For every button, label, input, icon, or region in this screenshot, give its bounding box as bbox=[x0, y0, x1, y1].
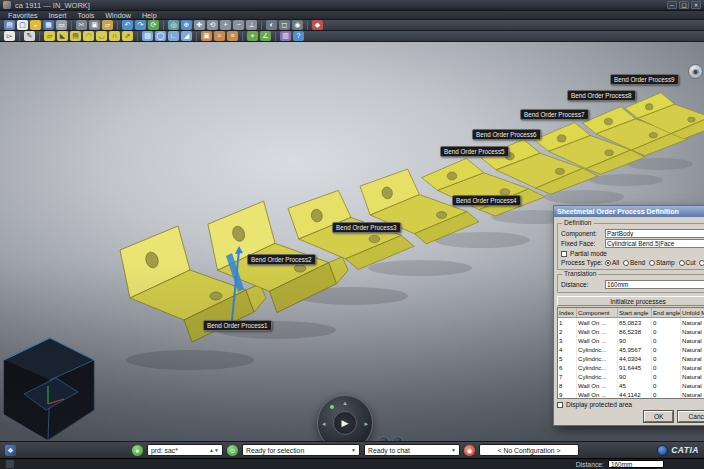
session-status-icon[interactable]: ● bbox=[132, 445, 143, 456]
chamfer-icon[interactable]: ◢ bbox=[181, 31, 192, 41]
shading-icon[interactable]: ◐ bbox=[266, 20, 277, 30]
menu-help[interactable]: Help bbox=[142, 11, 157, 20]
table-row[interactable]: 6Cylindric...91,64450Natural✓ bbox=[558, 363, 704, 372]
menu-insert[interactable]: Insert bbox=[49, 11, 67, 20]
hide-show-icon[interactable]: ◉ bbox=[292, 20, 303, 30]
table-column-header[interactable]: Component bbox=[577, 308, 618, 317]
help-icon[interactable]: ? bbox=[293, 31, 304, 41]
dialog-title[interactable]: Sheetmetal Order Process Definition bbox=[554, 206, 704, 217]
viewport-3d[interactable]: Bend Order Process1Bend Order Process2Be… bbox=[0, 42, 704, 441]
table-row[interactable]: 3Wall On ...900Natural✓ bbox=[558, 336, 704, 345]
select-icon[interactable]: ▻ bbox=[4, 31, 15, 41]
table-row[interactable]: 8Wall On ...450Natural✓ bbox=[558, 381, 704, 390]
paste-icon[interactable]: ▱ bbox=[102, 20, 113, 30]
cancel-button[interactable]: Cancel bbox=[678, 411, 704, 422]
undo-icon[interactable]: ↶ bbox=[122, 20, 133, 30]
wireframe-icon[interactable]: ◻ bbox=[279, 20, 290, 30]
print-icon[interactable]: ▭ bbox=[56, 20, 67, 30]
table-row[interactable]: 9Wall On ...44,11420Natural✓ bbox=[558, 390, 704, 399]
command-bar-icon[interactable] bbox=[6, 460, 14, 468]
table-column-header[interactable]: Start angle bbox=[618, 308, 652, 317]
save-icon[interactable]: ▦ bbox=[43, 20, 54, 30]
table-column-header[interactable]: End angle bbox=[652, 308, 681, 317]
wall-on-edge-icon[interactable]: ◣ bbox=[57, 31, 68, 41]
maximize-button[interactable]: ▢ bbox=[679, 1, 689, 9]
menu-window[interactable]: Window bbox=[105, 11, 131, 20]
ppr-tree-icon[interactable]: ▤ bbox=[4, 20, 15, 30]
fixed-face-field[interactable]: Cylindrical Bend.5|Face bbox=[605, 239, 704, 248]
bend-process-label[interactable]: Bend Order Process8 bbox=[567, 90, 636, 101]
menu-favorites[interactable]: Favorites bbox=[8, 11, 38, 20]
session-spinner-icon[interactable]: ▲▼ bbox=[209, 447, 219, 453]
close-button[interactable]: ✕ bbox=[691, 1, 701, 9]
selection-status-field[interactable]: Ready for selection ▼ bbox=[242, 444, 360, 456]
rotate-icon[interactable]: ⟲ bbox=[207, 20, 218, 30]
nav-play-button[interactable]: ▶ bbox=[333, 411, 357, 435]
minimize-button[interactable]: ─ bbox=[667, 1, 677, 9]
nav-left-icon[interactable]: ◂ bbox=[322, 420, 326, 427]
cutout-icon[interactable]: ▨ bbox=[142, 31, 153, 41]
table-row[interactable]: 1Wall On ...85,08230Natural✓ bbox=[558, 318, 704, 327]
louver-icon[interactable]: ≡ bbox=[227, 31, 238, 41]
normal-view-icon[interactable]: ⊥ bbox=[246, 20, 257, 30]
bend-process-label[interactable]: Bend Order Process6 bbox=[472, 129, 541, 140]
update-icon[interactable]: ⟳ bbox=[148, 20, 159, 30]
ok-button[interactable]: OK bbox=[644, 411, 674, 422]
extrusion-icon[interactable]: ▤ bbox=[70, 31, 81, 41]
search-icon[interactable]: ◎ bbox=[168, 20, 179, 30]
table-column-header[interactable]: Index bbox=[558, 308, 577, 317]
view-compass-icon[interactable]: ◉ bbox=[688, 64, 703, 79]
wall-icon[interactable]: ▱ bbox=[44, 31, 55, 41]
hole-icon[interactable]: ◯ bbox=[155, 31, 166, 41]
corner-icon[interactable]: ∟ bbox=[168, 31, 179, 41]
table-row[interactable]: 2Wall On ...86,52380Natural✓ bbox=[558, 327, 704, 336]
platform-icon[interactable]: ❖ bbox=[5, 445, 16, 456]
table-row[interactable]: 5Cylindric...44,03040Natural✓ bbox=[558, 354, 704, 363]
flange-icon[interactable]: ◠ bbox=[83, 31, 94, 41]
chat-dropdown-icon[interactable]: ▼ bbox=[451, 447, 456, 453]
menu-tools[interactable]: Tools bbox=[78, 11, 95, 20]
process-type-bend[interactable]: Bend bbox=[623, 259, 645, 266]
selection-dropdown-icon[interactable]: ▼ bbox=[351, 447, 356, 453]
fit-all-icon[interactable]: ⊕ bbox=[181, 20, 192, 30]
hem-icon[interactable]: ◡ bbox=[96, 31, 107, 41]
initialize-processes-button[interactable]: Initialize processes bbox=[557, 296, 704, 306]
process-type-all[interactable]: All bbox=[605, 259, 619, 266]
nav-right-icon[interactable]: ▸ bbox=[364, 420, 368, 427]
nav-sub-button-2[interactable]: ◦ bbox=[392, 436, 403, 441]
process-type-chamfer[interactable]: Chamfer bbox=[699, 259, 704, 266]
user-online-icon[interactable]: ☺ bbox=[227, 445, 238, 456]
process-type-cut[interactable]: Cut bbox=[679, 259, 696, 266]
distance-prompt-field[interactable]: 160mm bbox=[608, 460, 664, 468]
chat-status-field[interactable]: Ready to chat ▼ bbox=[364, 444, 460, 456]
bend-icon[interactable]: ∩ bbox=[109, 31, 120, 41]
constraint-icon[interactable]: ∠ bbox=[260, 31, 271, 41]
nav-down-icon[interactable]: ▾ bbox=[343, 440, 347, 441]
open-icon[interactable]: ◒ bbox=[30, 20, 41, 30]
reference-part-thumbnail[interactable] bbox=[4, 338, 94, 440]
zoom-in-icon[interactable]: + bbox=[220, 20, 231, 30]
measure-icon[interactable]: ⌖ bbox=[247, 31, 258, 41]
partial-mode-checkbox[interactable] bbox=[561, 251, 567, 257]
process-type-stamp[interactable]: Stamp bbox=[649, 259, 674, 266]
cut-icon[interactable]: ✂ bbox=[76, 20, 87, 30]
pan-icon[interactable]: ✚ bbox=[194, 20, 205, 30]
bend-process-label[interactable]: Bend Order Process2 bbox=[247, 254, 316, 265]
bend-process-label[interactable]: Bend Order Process5 bbox=[440, 146, 509, 157]
table-row[interactable]: 7Cylindric...900Natural✓ bbox=[558, 372, 704, 381]
distance-field[interactable]: 160mm bbox=[605, 280, 704, 289]
stamp-icon[interactable]: ▣ bbox=[201, 31, 212, 41]
nav-up-icon[interactable]: ▴ bbox=[343, 399, 347, 406]
table-column-header[interactable]: Unfold Mode bbox=[681, 308, 704, 317]
copy-icon[interactable]: ▣ bbox=[89, 20, 100, 30]
unfold-icon[interactable]: ⇗ bbox=[122, 31, 133, 41]
bend-process-label[interactable]: Bend Order Process4 bbox=[452, 195, 521, 206]
table-row[interactable]: 4Cylindric...45,95670Natural✓ bbox=[558, 345, 704, 354]
session-field[interactable]: prd: sac* ▲▼ bbox=[147, 444, 223, 456]
bend-process-label[interactable]: Bend Order Process9 bbox=[610, 74, 679, 85]
sketcher-icon[interactable]: ✎ bbox=[24, 31, 35, 41]
bead-icon[interactable]: ≈ bbox=[214, 31, 225, 41]
configuration-field[interactable]: < No Configuration > bbox=[479, 444, 579, 456]
display-protected-checkbox[interactable] bbox=[557, 402, 563, 408]
compass-tool-icon[interactable]: ◆ bbox=[312, 20, 323, 30]
